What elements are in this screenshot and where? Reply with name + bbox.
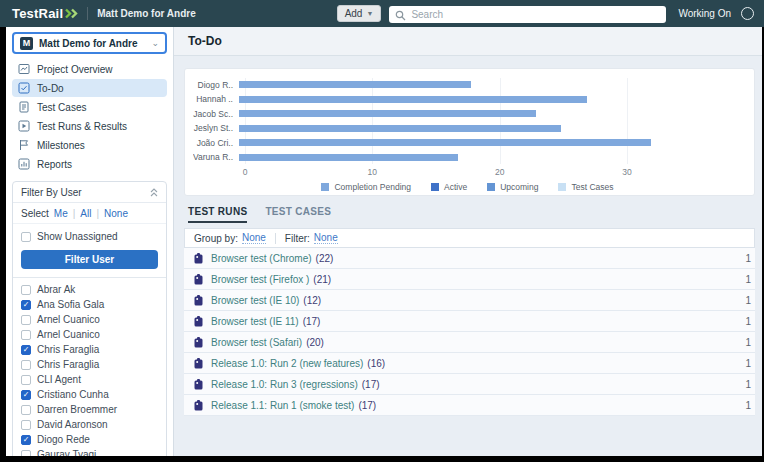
user-filter-row: Chris Faraglia	[21, 358, 158, 371]
test-run-icon	[194, 274, 203, 285]
filter-user-button[interactable]: Filter User	[21, 250, 158, 269]
x-tick-label: 0	[243, 167, 248, 177]
chart-bar[interactable]	[239, 81, 471, 88]
chart-x-axis: 0 10 20 30	[245, 164, 734, 179]
user-checkbox[interactable]	[21, 345, 31, 355]
legend-item: Test Cases	[558, 182, 613, 192]
sidebar-nav-item[interactable]: To-Do	[12, 79, 167, 97]
search-container	[389, 4, 666, 23]
sidebar-nav-item[interactable]: Milestones	[12, 136, 167, 154]
search-input[interactable]	[389, 6, 666, 23]
select-me-link[interactable]: Me	[54, 208, 68, 219]
chart-bar[interactable]	[239, 139, 651, 146]
user-checkbox[interactable]	[21, 300, 31, 310]
test-run-count: (17)	[362, 379, 380, 390]
add-button[interactable]: Add ▼	[337, 5, 382, 22]
user-filter-row: Cristiano Cunha	[21, 388, 158, 401]
user-checkbox[interactable]	[21, 450, 31, 457]
test-run-icon	[194, 295, 203, 306]
chart-bar[interactable]	[239, 154, 458, 161]
user-checkbox[interactable]	[21, 405, 31, 415]
user-checkbox[interactable]	[21, 420, 31, 430]
nav-item-icon	[18, 120, 30, 132]
user-checkbox[interactable]	[21, 330, 31, 340]
user-name-label: David Aaronson	[37, 419, 108, 430]
test-run-row[interactable]: Browser test (Firefox ) (21) 1	[184, 269, 755, 290]
nav-item-icon	[18, 82, 30, 94]
user-checkbox[interactable]	[21, 285, 31, 295]
test-run-row[interactable]: Browser test (IE 11) (17) 1	[184, 311, 755, 332]
user-filter-row: Diogo Rede	[21, 433, 158, 446]
select-none-link[interactable]: None	[104, 208, 128, 219]
sidebar-nav-item[interactable]: Project Overview	[12, 60, 167, 78]
user-checkbox[interactable]	[21, 435, 31, 445]
user-name-label: Abrar Ak	[37, 284, 75, 295]
project-avatar: M	[20, 37, 33, 50]
legend-item: Active	[431, 182, 467, 192]
sidebar-nav-item[interactable]: Test Cases	[12, 98, 167, 116]
logo-text: TestRail	[12, 6, 63, 21]
user-filter-row: Ana Sofia Gala	[21, 298, 158, 311]
chart-row: Jacob Sc..	[193, 107, 742, 120]
user-filter-row: Arnel Cuanico	[21, 313, 158, 326]
testrail-logo[interactable]: TestRail	[12, 6, 78, 21]
test-run-icon	[194, 379, 203, 390]
tab[interactable]: TEST CASES	[265, 206, 331, 223]
test-run-link: Release 1.1: Run 1 (smoke test)	[211, 400, 354, 411]
filter-panel-header: Filter By User	[13, 182, 166, 203]
chart-row: Hannah ..	[193, 93, 742, 106]
chart-bar[interactable]	[239, 125, 561, 132]
user-checkbox[interactable]	[21, 375, 31, 385]
x-tick-label: 10	[368, 167, 377, 177]
filter-by-user-panel: Filter By User Select Me | All | None Sh…	[12, 181, 167, 456]
chart-row: Varuna R..	[193, 151, 742, 164]
user-avatar-icon[interactable]	[741, 7, 754, 20]
test-run-row[interactable]: Release 1.1: Run 1 (smoke test) (17) 1	[184, 395, 755, 416]
user-checkbox[interactable]	[21, 315, 31, 325]
filter-value[interactable]: None	[314, 232, 338, 244]
chart-bar[interactable]	[239, 96, 587, 103]
chart-category-label: Hannah ..	[193, 94, 239, 104]
project-selector[interactable]: M Matt Demo for Andre ⌄	[12, 32, 167, 54]
tab[interactable]: TEST RUNS	[188, 206, 247, 223]
chart-bar[interactable]	[239, 110, 536, 117]
nav-item-icon	[18, 139, 30, 151]
test-run-row[interactable]: Browser test (IE 10) (12) 1	[184, 290, 755, 311]
test-run-row[interactable]: Release 1.0: Run 3 (regressions) (17) 1	[184, 374, 755, 395]
nav-item-icon	[18, 101, 30, 113]
group-by-value[interactable]: None	[242, 232, 266, 244]
user-name-label: Ana Sofia Gala	[37, 299, 104, 310]
chart-category-label: Jeslyn St..	[193, 123, 239, 133]
test-runs-list: Browser test (Chrome) (22) 1 Browser tes…	[184, 248, 755, 416]
working-on-link[interactable]: Working On	[678, 8, 731, 19]
test-run-row[interactable]: Browser test (Chrome) (22) 1	[184, 248, 755, 269]
nav-item-label: Project Overview	[37, 64, 113, 75]
collapse-icon[interactable]	[150, 188, 158, 197]
test-run-link: Release 1.0: Run 3 (regressions)	[211, 379, 358, 390]
user-name-label: Chris Faraglia	[37, 344, 99, 355]
logo-chevrons-icon	[65, 8, 78, 19]
select-shortcut-row: Select Me | All | None	[13, 203, 166, 224]
test-run-row[interactable]: Release 1.0: Run 2 (new features) (16) 1	[184, 353, 755, 374]
select-all-link[interactable]: All	[80, 208, 91, 219]
chart-bar-track	[239, 93, 734, 106]
chart-category-label: Jacob Sc..	[193, 109, 239, 119]
legend-item: Upcoming	[487, 182, 538, 192]
test-run-link: Browser test (Firefox )	[211, 274, 309, 285]
nav-item-label: To-Do	[37, 83, 64, 94]
user-name-label: Diogo Rede	[37, 434, 90, 445]
user-filter-row: Gaurav Tyagi	[21, 448, 158, 456]
test-run-row[interactable]: Browser test (Safari) (20) 1	[184, 332, 755, 353]
show-unassigned-checkbox[interactable]	[21, 232, 31, 242]
sidebar-nav-item[interactable]: Test Runs & Results	[12, 117, 167, 135]
legend-label: Completion Pending	[334, 182, 411, 192]
user-checkbox[interactable]	[21, 390, 31, 400]
nav-item-label: Test Runs & Results	[37, 121, 127, 132]
test-run-count: (16)	[367, 358, 385, 369]
user-checkbox[interactable]	[21, 360, 31, 370]
main-body: Diogo R.. Hannah ..	[174, 56, 762, 456]
user-name-label: Chris Faraglia	[37, 359, 99, 370]
filter-label: Filter:	[285, 233, 310, 244]
sidebar-nav-item[interactable]: Reports	[12, 155, 167, 173]
user-name-label: Darren Broemmer	[37, 404, 117, 415]
